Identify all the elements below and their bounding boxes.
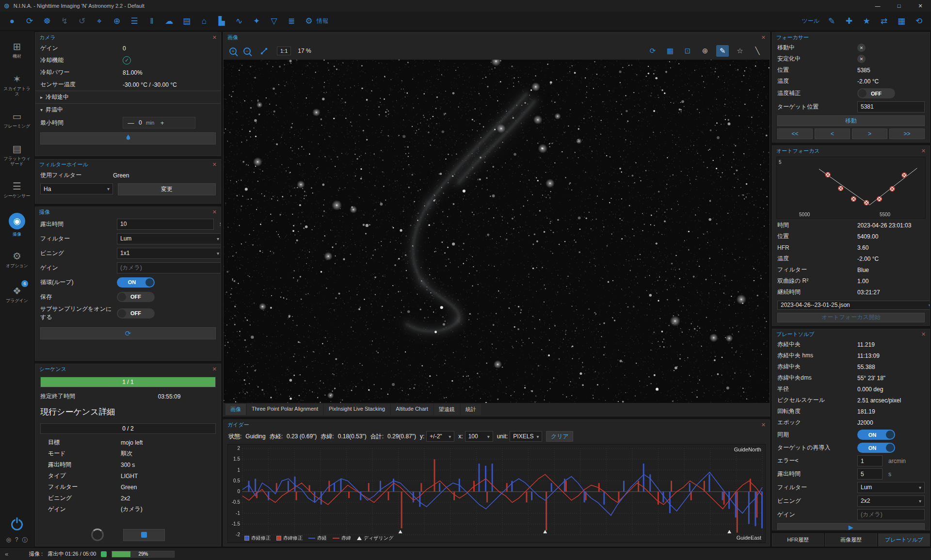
minimize-button[interactable]: — <box>867 0 888 12</box>
camera-panel-close-icon[interactable]: ✕ <box>212 34 217 41</box>
image-canvas[interactable] <box>224 60 770 403</box>
filter-wheel-icon[interactable]: ☸ <box>42 16 52 26</box>
min-time-decrease-button[interactable]: — <box>127 119 135 127</box>
autofocus-panel-close-icon[interactable]: ✕ <box>921 148 926 154</box>
ps-binning-select[interactable]: 2x2 <box>857 496 925 507</box>
measure-line-icon[interactable]: ╲ <box>751 45 764 57</box>
angle-measure-icon[interactable] <box>257 45 270 57</box>
maximize-button[interactable]: □ <box>888 0 910 12</box>
camera-icon[interactable]: ● <box>7 16 17 26</box>
power-button[interactable] <box>11 519 23 530</box>
ps-gain-input[interactable] <box>857 509 925 520</box>
warm-up-button[interactable] <box>40 132 216 144</box>
swap-icon[interactable]: ⇄ <box>879 16 889 26</box>
help-icon[interactable]: ? <box>15 536 18 544</box>
collapse-rail-icon[interactable]: « <box>5 550 24 558</box>
save-toggle[interactable]: OFF <box>117 292 155 302</box>
focuser-icon[interactable]: ↯ <box>59 16 70 26</box>
tab-three-point-polar-alignment[interactable]: Three Point Polar Alignment <box>247 404 323 415</box>
layers-icon[interactable]: ≣ <box>286 16 297 26</box>
rail-tab-sequencer[interactable]: ☰ シーケンサー <box>0 173 34 208</box>
rail-tab-framing[interactable]: ▭ フレーミング <box>0 103 34 138</box>
stop-sequence-button[interactable] <box>123 529 165 541</box>
weather-icon[interactable]: ☁ <box>164 16 175 26</box>
clear-guide-graph-button[interactable]: クリア <box>546 431 573 442</box>
temp-comp-toggle[interactable]: OFF <box>857 88 895 98</box>
rail-tab-imaging[interactable]: ◉ 撮像 <box>0 208 34 242</box>
history-icon[interactable]: ⟲ <box>914 16 924 26</box>
warming-expander[interactable]: ▾ 昇温中 <box>35 103 221 116</box>
move-focuser-button[interactable]: 移動 <box>777 115 925 126</box>
tab-image[interactable]: 画像 <box>225 404 246 415</box>
bulb-icon[interactable]: ✦ <box>251 16 262 26</box>
about-icon[interactable]: ⓘ <box>22 536 28 544</box>
rail-tab-flat-wizard[interactable]: ▤ フラットウィザード <box>0 138 34 173</box>
ps-filter-select[interactable]: Lum <box>857 482 925 493</box>
display-icon[interactable]: ◎ <box>6 536 11 544</box>
start-autofocus-button[interactable]: オートフォーカス開始 <box>777 313 925 322</box>
info-button[interactable]: ⚙ 情報 <box>304 16 328 26</box>
telescope-icon[interactable]: ⊕ <box>112 16 122 26</box>
autofocus-file-select[interactable]: 2023-04-26--23-01-25.json <box>777 301 930 310</box>
error-threshold-input[interactable] <box>857 455 883 466</box>
min-time-value[interactable]: 0 <box>139 119 142 126</box>
wave-icon[interactable]: ∿ <box>234 16 244 26</box>
cooler-on-icon[interactable]: ✓ <box>123 56 131 64</box>
cooler-icon[interactable]: ⟳ <box>24 16 35 26</box>
rail-tab-sky-atlas[interactable]: ✶ スカイアトラス <box>0 68 34 103</box>
tab-altitude-chart[interactable]: Altitude Chart <box>391 404 433 415</box>
start-capture-button[interactable]: ⟳ <box>40 327 216 339</box>
zoom-out-icon[interactable] <box>243 48 251 55</box>
plus-grid-icon[interactable]: ✚ <box>844 16 854 26</box>
rotator-icon[interactable]: ↺ <box>77 16 87 26</box>
rail-tab-options[interactable]: ⚙ オプション <box>0 242 34 277</box>
guider-panel-close-icon[interactable]: ✕ <box>761 422 766 428</box>
chart-icon[interactable]: ▙ <box>216 16 227 26</box>
sequence-panel-close-icon[interactable]: ✕ <box>212 366 217 372</box>
tab-plate-solve[interactable]: プレートソルブ <box>878 533 930 546</box>
start-plate-solve-button[interactable]: ▶ <box>777 523 925 530</box>
dome-icon[interactable]: ⌂ <box>199 16 209 26</box>
capture-filter-select[interactable]: Lum <box>117 233 221 244</box>
capture-panel-close-icon[interactable]: ✕ <box>212 209 217 215</box>
capture-gain-input[interactable] <box>117 262 221 273</box>
x-scale-select[interactable]: 100 <box>465 431 493 442</box>
focuser-big-left-button[interactable]: << <box>777 128 813 139</box>
focuser-left-button[interactable]: < <box>815 128 850 139</box>
fit-screen-icon[interactable]: ⊡ <box>681 45 694 57</box>
autostretch-icon[interactable]: ⟳ <box>646 45 659 57</box>
subsample-toggle[interactable]: OFF <box>117 308 155 319</box>
zoom-in-icon[interactable] <box>229 48 237 55</box>
rail-tab-equipment[interactable]: ⊞ 機材 <box>0 33 34 68</box>
flat-panel-icon[interactable]: ▤ <box>181 16 192 26</box>
star-icon[interactable]: ★ <box>861 16 872 26</box>
tab-pixinsight-live-stacking[interactable]: PixInsight Live Stacking <box>324 404 390 415</box>
target-position-input[interactable] <box>857 101 925 112</box>
unit-select[interactable]: PIXELS <box>510 431 542 442</box>
tab-image-history[interactable]: 画像履歴 <box>825 533 877 546</box>
annotate-icon[interactable]: ✎ <box>716 45 729 57</box>
change-filter-button[interactable]: 変更 <box>118 183 216 195</box>
tile-grid-icon[interactable]: ▦ <box>664 45 676 57</box>
tab-hfr-history[interactable]: HFR履歴 <box>772 533 824 546</box>
sync-toggle[interactable]: ON <box>857 430 895 440</box>
min-time-increase-button[interactable]: + <box>158 119 166 127</box>
ps-exposure-input[interactable] <box>857 468 883 480</box>
guider-icon[interactable]: ⌖ <box>94 16 105 26</box>
grid-icon[interactable]: ▦ <box>896 16 907 26</box>
brush-icon[interactable]: ✎ <box>826 16 837 26</box>
rail-tab-plugins[interactable]: 6 ❖ プラグイン <box>0 277 34 312</box>
one-to-one-button[interactable]: 1:1 <box>277 47 291 55</box>
tab-statistics[interactable]: 統計 <box>461 404 481 415</box>
focuser-right-button[interactable]: > <box>852 128 887 139</box>
safety-icon[interactable]: ▽ <box>269 16 279 26</box>
sequence-icon[interactable]: ☰ <box>129 16 140 26</box>
binning-select[interactable]: 1x1 <box>117 248 221 259</box>
crosshair-icon[interactable]: ⊕ <box>699 45 711 57</box>
reslew-toggle[interactable]: ON <box>857 443 895 453</box>
focuser-big-right-button[interactable]: >> <box>889 128 925 139</box>
plate-solve-panel-close-icon[interactable]: ✕ <box>921 331 926 337</box>
filter-select[interactable]: Ha <box>40 183 113 194</box>
exposure-input[interactable] <box>117 219 214 230</box>
image-panel-close-icon[interactable]: ✕ <box>761 34 766 41</box>
